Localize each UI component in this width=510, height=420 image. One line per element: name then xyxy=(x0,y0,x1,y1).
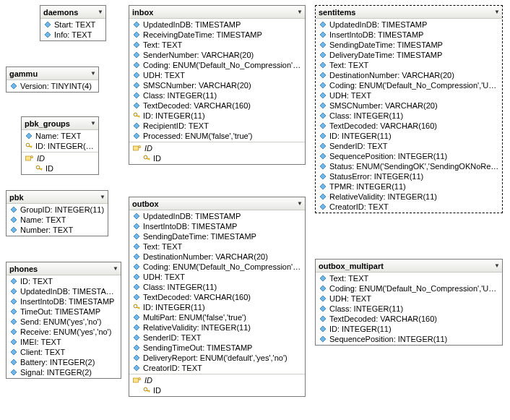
column-row[interactable]: Text: TEXT xyxy=(129,241,305,252)
dropdown-caret-icon[interactable]: ▼ xyxy=(494,263,500,269)
column-row[interactable]: SenderID: TEXT xyxy=(316,141,502,151)
column-row[interactable]: TimeOut: TIMESTAMP xyxy=(7,307,121,317)
table-pbk-groups[interactable]: pbk_groups▼Name: TEXTID: INTEGER(11)IDID xyxy=(21,116,99,175)
table-outbox-multipart[interactable]: outbox_multipart▼Text: TEXTCoding: ENUM(… xyxy=(315,259,503,346)
column-row[interactable]: Info: TEXT xyxy=(40,30,105,40)
column-row[interactable]: SequencePosition: INTEGER(11) xyxy=(316,334,502,344)
column-row[interactable]: Text: TEXT xyxy=(316,60,502,70)
table-pbk[interactable]: pbk▼GroupID: INTEGER(11)Name: TEXTNumber… xyxy=(6,190,108,236)
column-row[interactable]: Version: TINYINT(4) xyxy=(7,81,98,91)
column-row[interactable]: Processed: ENUM('false','true') xyxy=(129,131,305,141)
column-row[interactable]: TextDecoded: VARCHAR(160) xyxy=(316,121,502,131)
column-row[interactable]: SendingTimeOut: TIMESTAMP xyxy=(129,343,305,353)
column-row[interactable]: SequencePosition: INTEGER(11) xyxy=(316,151,502,161)
column-row[interactable]: SenderNumber: VARCHAR(20) xyxy=(129,50,305,60)
column-row[interactable]: Name: TEXT xyxy=(22,131,98,141)
column-row[interactable]: TextDecoded: VARCHAR(160) xyxy=(129,100,305,111)
column-row[interactable]: Coding: ENUM('Default_No_Compression','U… xyxy=(316,80,502,90)
column-row[interactable]: ReceivingDateTime: TIMESTAMP xyxy=(129,30,305,40)
table-title[interactable]: pbk_groups▼ xyxy=(22,117,98,130)
column-row[interactable]: TextDecoded: VARCHAR(160) xyxy=(316,314,502,324)
table-outbox[interactable]: outbox▼UpdatedInDB: TIMESTAMPInsertIntoD… xyxy=(129,197,306,397)
dropdown-caret-icon[interactable]: ▼ xyxy=(100,194,105,200)
column-row[interactable]: Signal: INTEGER(2) xyxy=(7,367,121,377)
column-row[interactable]: InsertIntoDB: TIMESTAMP xyxy=(316,30,502,40)
column-row[interactable]: DeliveryDateTime: TIMESTAMP xyxy=(316,50,502,60)
table-title[interactable]: outbox▼ xyxy=(129,197,305,210)
dropdown-caret-icon[interactable]: ▼ xyxy=(297,9,303,15)
table-phones[interactable]: phones▼ID: TEXTUpdatedInDB: TIMESTAMPIns… xyxy=(6,262,121,379)
table-title[interactable]: phones▼ xyxy=(7,262,121,275)
dropdown-caret-icon[interactable]: ▼ xyxy=(90,71,96,77)
column-row[interactable]: Name: TEXT xyxy=(7,215,108,225)
column-row[interactable]: UDH: TEXT xyxy=(129,70,305,80)
dropdown-caret-icon[interactable]: ▼ xyxy=(90,121,96,127)
column-row[interactable]: SenderID: TEXT xyxy=(129,333,305,343)
column-row[interactable]: Class: INTEGER(11) xyxy=(129,90,305,100)
column-row[interactable]: RecipientID: TEXT xyxy=(129,121,305,131)
column-row[interactable]: ID: INTEGER(11) xyxy=(129,111,305,121)
column-row[interactable]: Text: TEXT xyxy=(316,273,502,283)
column-row[interactable]: RelativeValidity: INTEGER(11) xyxy=(316,192,502,202)
column-row[interactable]: UDH: TEXT xyxy=(129,272,305,282)
index-row[interactable]: ID xyxy=(129,143,305,153)
table-title[interactable]: sentitems▼ xyxy=(316,6,502,19)
column-row[interactable]: SendingDateTime: TIMESTAMP xyxy=(316,40,502,50)
column-row[interactable]: UpdatedInDB: TIMESTAMP xyxy=(129,20,305,30)
column-row[interactable]: Class: INTEGER(11) xyxy=(129,282,305,292)
column-row[interactable]: ID: INTEGER(11) xyxy=(316,324,502,334)
column-row[interactable]: Coding: ENUM('Default_No_Compression','U… xyxy=(316,283,502,293)
column-row[interactable]: ID: INTEGER(11) xyxy=(129,302,305,312)
column-row[interactable]: SendingDateTime: TIMESTAMP xyxy=(129,231,305,241)
column-row[interactable]: Text: TEXT xyxy=(129,40,305,50)
table-title[interactable]: pbk▼ xyxy=(7,191,108,204)
column-row[interactable]: InsertIntoDB: TIMESTAMP xyxy=(7,296,121,307)
table-gammu[interactable]: gammu▼Version: TINYINT(4) xyxy=(6,67,99,93)
column-row[interactable]: Coding: ENUM('Default_No_Compression','U… xyxy=(129,60,305,70)
dropdown-caret-icon[interactable]: ▼ xyxy=(494,9,500,15)
table-title[interactable]: daemons▼ xyxy=(40,6,105,19)
table-sentitems[interactable]: sentitems▼UpdatedInDB: TIMESTAMPInsertIn… xyxy=(315,5,503,213)
column-row[interactable]: SMSCNumber: VARCHAR(20) xyxy=(129,80,305,90)
dropdown-caret-icon[interactable]: ▼ xyxy=(98,9,103,15)
column-row[interactable]: ID: TEXT xyxy=(7,276,121,286)
column-row[interactable]: UpdatedInDB: TIMESTAMP xyxy=(316,20,502,30)
column-row[interactable]: IMEI: TEXT xyxy=(7,337,121,347)
column-row[interactable]: GroupID: INTEGER(11) xyxy=(7,205,108,215)
column-row[interactable]: DestinationNumber: VARCHAR(20) xyxy=(129,252,305,262)
table-title[interactable]: inbox▼ xyxy=(129,6,305,19)
column-row[interactable]: InsertIntoDB: TIMESTAMP xyxy=(129,221,305,231)
table-title[interactable]: outbox_multipart▼ xyxy=(316,260,502,273)
column-row[interactable]: Start: TEXT xyxy=(40,20,105,30)
column-row[interactable]: MultiPart: ENUM('false','true') xyxy=(129,312,305,322)
column-row[interactable]: ID: INTEGER(11) xyxy=(316,131,502,141)
column-row[interactable]: UpdatedInDB: TIMESTAMP xyxy=(7,286,121,296)
column-row[interactable]: Receive: ENUM('yes','no') xyxy=(7,327,121,337)
dropdown-caret-icon[interactable]: ▼ xyxy=(297,201,303,207)
column-row[interactable]: Class: INTEGER(11) xyxy=(316,304,502,314)
index-row[interactable]: ID xyxy=(129,375,305,385)
column-row[interactable]: SMSCNumber: VARCHAR(20) xyxy=(316,100,502,111)
column-row[interactable]: DestinationNumber: VARCHAR(20) xyxy=(316,70,502,80)
column-row[interactable]: Status: ENUM('SendingOK','SendingOKNoRep… xyxy=(316,161,502,171)
index-column-row[interactable]: ID xyxy=(129,153,305,163)
column-row[interactable]: Send: ENUM('yes','no') xyxy=(7,317,121,327)
column-row[interactable]: TPMR: INTEGER(11) xyxy=(316,181,502,192)
column-row[interactable]: Class: INTEGER(11) xyxy=(316,111,502,121)
column-row[interactable]: ID: INTEGER(11) xyxy=(22,141,98,151)
dropdown-caret-icon[interactable]: ▼ xyxy=(113,266,118,272)
column-row[interactable]: StatusError: INTEGER(11) xyxy=(316,171,502,181)
column-row[interactable]: UDH: TEXT xyxy=(316,293,502,304)
table-inbox[interactable]: inbox▼UpdatedInDB: TIMESTAMPReceivingDat… xyxy=(129,5,306,165)
table-title[interactable]: gammu▼ xyxy=(7,67,98,80)
index-row[interactable]: ID xyxy=(22,153,98,163)
column-row[interactable]: UpdatedInDB: TIMESTAMP xyxy=(129,211,305,221)
column-row[interactable]: Client: TEXT xyxy=(7,347,121,357)
column-row[interactable]: CreatorID: TEXT xyxy=(316,202,502,212)
column-row[interactable]: Number: TEXT xyxy=(7,225,108,235)
index-column-row[interactable]: ID xyxy=(129,385,305,395)
column-row[interactable]: CreatorID: TEXT xyxy=(129,363,305,373)
column-row[interactable]: Battery: INTEGER(2) xyxy=(7,357,121,367)
column-row[interactable]: DeliveryReport: ENUM('default','yes','no… xyxy=(129,353,305,363)
column-row[interactable]: UDH: TEXT xyxy=(316,90,502,100)
